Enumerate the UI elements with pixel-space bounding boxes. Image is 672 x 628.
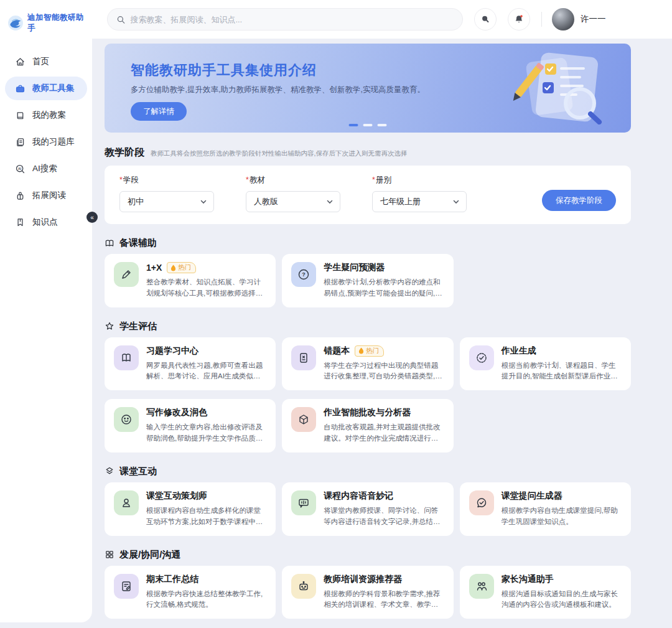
people-icon: [475, 580, 488, 593]
sidebar-item-label: 拓展阅读: [32, 190, 66, 201]
card-description: 根据教师的学科背景和教学需求,推荐相关的培训课程、学术文章、教学案例等,帮助教.…: [324, 589, 444, 611]
tool-card-voice-notes[interactable]: 课程内容语音妙记 将课堂内教师授课、同学讨论、问答等内容进行语音转文字记录,并总…: [282, 482, 453, 536]
sidebar: 迪加智能教研助手 首页 教师工具集 我的教案 我的习题库 AI AI搜索 拓展阅…: [0, 0, 92, 622]
tablet-error-icon: [297, 352, 310, 364]
sidebar-item-teacher-tools[interactable]: 教师工具集: [5, 77, 87, 100]
avatar: [552, 8, 574, 30]
carousel-dot-2[interactable]: [363, 124, 373, 126]
field-label: 教材: [250, 176, 265, 184]
required-asterisk: *: [372, 176, 375, 184]
bubble-check-icon: [475, 497, 488, 509]
topbar-divider: [541, 12, 542, 27]
pencil-icon: [120, 268, 133, 281]
card-title: 教师培训资源推荐器: [324, 574, 402, 585]
hot-badge: 热门: [355, 345, 384, 357]
home-icon: [15, 57, 26, 67]
section-title: 课堂互动: [119, 466, 157, 477]
section-header-development-communication: 发展/协同/沟通: [105, 549, 631, 561]
hot-badge: 热门: [167, 262, 196, 273]
card-title: 课堂提问生成器: [502, 490, 562, 502]
bell-icon: [514, 14, 524, 24]
select-value: 人教版: [254, 196, 278, 207]
tool-card-grading-analyzer[interactable]: 作业智能批改与分析器 自动批改客观题,并对主观题提供批改建议。对学生的作业完成情…: [282, 399, 453, 452]
card-title: 课堂互动策划师: [146, 490, 207, 502]
save-stage-button[interactable]: 保存教学阶段: [542, 190, 616, 211]
notification-dot: [520, 15, 523, 17]
sidebar-item-my-question-bank[interactable]: 我的习题库: [5, 130, 87, 154]
learn-more-button[interactable]: 了解详情: [131, 102, 187, 121]
card-title: 学生疑问预测器: [324, 262, 385, 273]
chevron-down-icon: [326, 198, 334, 205]
textbook-select[interactable]: 人教版: [246, 191, 340, 212]
sidebar-item-my-lesson-plans[interactable]: 我的教案: [5, 103, 87, 127]
tool-card-1-plus-x[interactable]: 1+X 热门 整合教学素材、知识点拓展、学习计划规划等核心工具,可根据教师选择的…: [105, 254, 276, 307]
carousel-dot-3[interactable]: [378, 124, 387, 126]
tool-card-training-recommender[interactable]: 教师培训资源推荐器 根据教师的学科背景和教学需求,推荐相关的培训课程、学术文章、…: [282, 566, 453, 619]
card-grid-student-assessment: 习题学习中心 网罗最具代表性习题,教师可查看出题解析、思考讨论、应用AI生成类似…: [105, 337, 631, 452]
section-title: 学生评估: [119, 321, 157, 332]
documents-icon: [15, 137, 26, 148]
card-grid-class-interaction: 课堂互动策划师 根据课程内容自动生成多样化的课堂互动环节方案,比如对于数学课程中…: [105, 482, 631, 536]
card-title: 作业生成: [502, 345, 536, 357]
topbar: 许一一: [92, 0, 672, 39]
face-icon: [120, 413, 133, 426]
notebook-icon: [15, 110, 26, 121]
briefcase-icon: [15, 83, 26, 94]
sidebar-item-knowledge-points[interactable]: 知识点: [5, 210, 87, 234]
card-description: 根据教学计划,分析教学内容的难点和易错点,预测学生可能会提出的疑问,并提供相..…: [324, 277, 444, 299]
svg-text:?: ?: [302, 271, 306, 278]
tool-card-question-predictor[interactable]: ? 学生疑问预测器 根据教学计划,分析教学内容的难点和易错点,预测学生可能会提出…: [282, 254, 453, 307]
banner-title: 智能教研助手工具集使用介绍: [131, 61, 317, 80]
sidebar-item-label: 我的习题库: [32, 136, 75, 148]
school-stage-select[interactable]: 初中: [119, 191, 214, 212]
app-title: 迪加智能教研助手: [27, 12, 86, 34]
card-description: 将学生在学习过程中出现的典型错题进行收集整理,可自动分类错题类型,方便教师随时.…: [324, 360, 444, 383]
tool-card-question-generator[interactable]: 课堂提问生成器 根据教学内容自动生成课堂提问,帮助学生巩固课堂知识点。: [460, 482, 631, 536]
carousel-dots: [349, 124, 387, 126]
flame-icon: [358, 347, 364, 354]
sidebar-collapse-button[interactable]: «: [86, 212, 98, 223]
sidebar-item-label: AI搜索: [32, 163, 57, 174]
svg-text:AI: AI: [18, 166, 22, 170]
section-header-class-interaction: 课堂互动: [105, 466, 631, 477]
app-logo[interactable]: 迪加智能教研助手: [0, 0, 92, 34]
card-description: 将课堂内教师授课、同学讨论、问答等内容进行语音转文字记录,并总结文本重点,便于.…: [324, 505, 444, 528]
user-menu[interactable]: 许一一: [552, 8, 606, 30]
stage-hint: 教师工具将会按照您所选的教学阶段针对性输出辅助内容,保存后下次进入则无需再次选择: [151, 149, 407, 158]
quick-search-button[interactable]: [474, 8, 497, 30]
card-description: 根据沟通目标或通知目的,生成与家长沟通的内容公告或沟通模板和建议。: [502, 589, 622, 611]
card-title: 家长沟通助手: [502, 574, 554, 585]
open-book-icon: [105, 238, 114, 248]
tool-card-interaction-planner[interactable]: 课堂互动策划师 根据课程内容自动生成多样化的课堂互动环节方案,比如对于数学课程中…: [105, 482, 276, 536]
volume-select[interactable]: 七年级上册: [372, 191, 467, 212]
card-title: 习题学习中心: [146, 345, 198, 357]
tool-card-term-summary[interactable]: 期末工作总结 根据教学内容快速总结整体教学工作,行文流畅,格式规范。: [105, 566, 276, 619]
search-bar[interactable]: [107, 8, 463, 30]
tool-card-exercise-center[interactable]: 习题学习中心 网罗最具代表性习题,教师可查看出题解析、思考讨论、应用AI生成类似…: [105, 337, 276, 391]
intro-banner: 智能教研助手工具集使用介绍 多方位辅助教学,提升效率,助力教师拓展教学、精准教学…: [105, 44, 631, 133]
sidebar-item-ai-search[interactable]: AI AI搜索: [5, 157, 87, 180]
sidebar-item-label: 教师工具集: [32, 83, 75, 94]
card-title: 错题本: [324, 345, 350, 357]
tool-card-parent-communication[interactable]: 家长沟通助手 根据沟通目标或通知目的,生成与家长沟通的内容公告或沟通模板和建议。: [460, 566, 631, 619]
card-title: 1+X: [146, 263, 162, 273]
star-icon: [105, 321, 114, 331]
stage-title: 教学阶段: [105, 146, 144, 159]
tool-card-writing-polish[interactable]: 写作修改及润色 输入学生的文章内容,给出修改评语及帮助润色,帮助提升学生文学作品…: [105, 399, 276, 452]
sidebar-item-extended-reading[interactable]: 拓展阅读: [5, 184, 87, 207]
search-input[interactable]: [130, 15, 454, 24]
tool-card-homework-generation[interactable]: 作业生成 根据当前教学计划、课程题目、学生提升目的,智能生成创新型课后作业供教师…: [460, 337, 631, 391]
tool-card-mistake-notebook[interactable]: 错题本 热门 将学生在学习过程中出现的典型错题进行收集整理,可自动分类错题类型,…: [282, 337, 453, 391]
carousel-dot-1[interactable]: [349, 124, 358, 126]
chevron-down-icon: [200, 198, 207, 205]
card-title: 写作修改及润色: [146, 407, 207, 418]
sidebar-item-label: 我的教案: [32, 110, 66, 121]
card-description: 输入学生的文章内容,给出修改评语及帮助润色,帮助提升学生文学作品质量。: [146, 422, 266, 444]
notifications-button[interactable]: [508, 8, 530, 30]
sidebar-nav: 首页 教师工具集 我的教案 我的习题库 AI AI搜索 拓展阅读 知识点: [0, 50, 92, 234]
select-value: 初中: [128, 196, 144, 207]
stage-panel: *学段 初中 *教材 人教版 *册别 七年级上册 保存教学阶段: [105, 166, 631, 224]
cube-icon: [297, 413, 310, 426]
sidebar-item-home[interactable]: 首页: [5, 50, 87, 73]
sidebar-item-label: 首页: [32, 56, 49, 67]
